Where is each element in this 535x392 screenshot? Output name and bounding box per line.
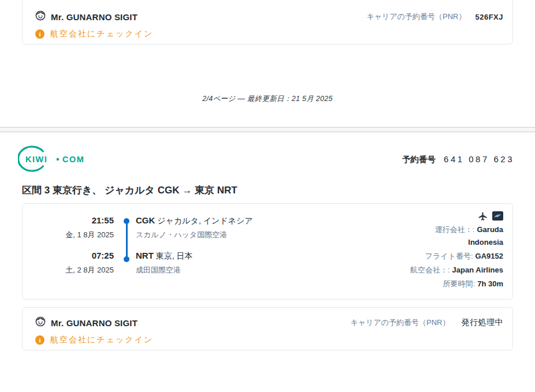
passenger-card-top: Mr. GUNARNO SIGIT キャリアの予約番号（PNR） 526FXJ … [22,0,513,44]
passenger-row: Mr. GUNARNO SIGIT キャリアの予約番号（PNR） 526FXJ [35,10,503,24]
segment-title: 区間 3 東京行き、 ジャカルタ CGK → 東京 NRT [22,184,237,197]
passenger-avatar-icon [35,316,46,329]
checkin-notice-row: i 航空会社にチェックイン [35,333,503,347]
booking-reference-label: 予約番号 [402,154,436,165]
arrival-airport: 成田国際空港 [136,265,181,275]
passenger-card-bottom: Mr. GUNARNO SIGIT キャリアの予約番号（PNR） 発行処理中 i… [22,307,513,350]
flight-detail-row: フライト番号:GA9152 [425,250,503,263]
carrier-pnr: キャリアの予約番号（PNR） 発行処理中 [351,318,503,328]
carrier-pnr: キャリアの予約番号（PNR） 526FXJ [366,12,503,22]
passenger-identity: Mr. GUNARNO SIGIT [35,316,138,329]
kiwi-com-logo: KIWI COM [18,145,85,174]
departure-time: 21:55 [23,215,114,225]
airline-label: 航空会社：: [410,266,450,274]
departure-date: 金, 1 8月 2025 [23,230,114,240]
timeline-line [126,221,128,259]
page-break-divider [0,127,535,132]
carrier-pnr-label: キャリアの予約番号（PNR） [351,318,450,328]
flight-detail-row: 航空会社：:Japan Airlines [410,264,503,277]
booking-reference: 予約番号 641 087 623 [402,154,514,165]
carrier-info: 運行会社：:Garuda Indonesia フライト番号:GA9152 航空会… [388,212,503,290]
arrival-time: 07:25 [23,251,114,260]
checkin-notice-row: i 航空会社にチェックイン [35,27,503,41]
itinerary-document: Mr. GUNARNO SIGIT キャリアの予約番号（PNR） 526FXJ … [0,0,535,392]
logo-text-kiwi: KIWI [25,155,47,164]
departure-station: CGK ジャカルタ, インドネシア [136,215,253,226]
flight-detail-row: 運行会社：:Garuda Indonesia [402,223,503,249]
logo-dot-icon [57,158,60,161]
arrival-station-code: NRT [136,251,154,260]
logo-text-com: COM [62,155,84,164]
info-icon: i [35,29,44,39]
timeline-arrival-dot-icon [124,256,129,262]
passenger-identity: Mr. GUNARNO SIGIT [35,10,138,23]
page-footer: 2/4ページ — 最終更新日：21 5月 2025 [0,94,535,104]
passenger-row: Mr. GUNARNO SIGIT キャリアの予約番号（PNR） 発行処理中 [35,316,503,330]
garuda-indonesia-logo-icon [492,211,503,223]
checkin-notice: 航空会社にチェックイン [50,335,153,345]
flight-card: 21:55 金, 1 8月 2025 07:25 土, 2 8月 2025 CG… [22,203,513,300]
duration-value: 7h 30m [477,279,503,288]
info-icon: i [35,335,44,345]
duration-label: 所要時間: [443,279,475,288]
departure-airport: スカルノ・ハッタ国際空港 [136,230,227,240]
passenger-name: Mr. GUNARNO SIGIT [51,12,138,22]
flight-detail-row: 所要時間:7h 30m [443,278,503,290]
carrier-pnr-value: 526FXJ [475,13,503,21]
operating-carrier-label: 運行会社：: [435,225,475,234]
passenger-name: Mr. GUNARNO SIGIT [51,318,138,328]
carrier-icons [478,212,503,222]
carrier-pnr-status: 発行処理中 [462,318,504,328]
arrival-date: 土, 2 8月 2025 [23,265,114,275]
kiwi-logo-icon: KIWI COM [18,145,85,172]
carrier-pnr-label: キャリアの予約番号（PNR） [366,12,466,22]
departure-city: ジャカルタ, インドネシア [157,216,252,225]
arrival-city: 東京, 日本 [156,251,193,260]
departure-station-code: CGK [136,215,155,225]
passenger-avatar-icon [35,10,46,23]
airplane-icon [478,211,488,223]
airline-value: Japan Airlines [452,266,503,274]
checkin-notice: 航空会社にチェックイン [50,29,153,39]
flight-number-value: GA9152 [475,252,503,260]
booking-reference-number: 641 087 623 [444,154,514,164]
flight-number-label: フライト番号: [425,252,473,260]
arrival-station: NRT 東京, 日本 [136,251,193,262]
